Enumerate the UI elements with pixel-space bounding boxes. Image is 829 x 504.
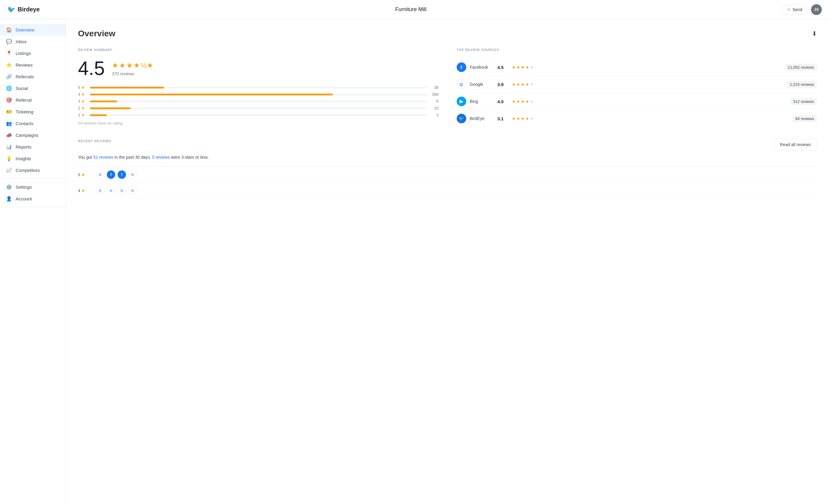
sidebar-label-referral: Referral (15, 98, 32, 103)
top-sources-label: TOP REVIEW SOURCES (457, 48, 817, 51)
sidebar-item-inbox[interactable]: 💬 Inbox (0, 36, 66, 47)
download-icon[interactable]: ⬇ (812, 30, 817, 37)
timeline-star-col: 5 ★ (78, 172, 96, 177)
source-star-facebook-4: ★ (530, 65, 534, 70)
sources-list: f Facebook 4.5 ★★★★★ 11,052 reviews G Go… (457, 59, 817, 127)
source-rating-google: 3.9 (498, 82, 508, 87)
sidebar: 🏠 Overview 💬 Inbox 📍 Listings ⭐ Reviews … (0, 19, 66, 504)
send-button[interactable]: ✈ Send (782, 4, 807, 15)
bar-row-1: 1 ★ 3 (78, 113, 439, 117)
recent-reviews-section: RECENT REVIEWS Read all reviews You got … (78, 139, 817, 199)
sidebar-label-reviews: Reviews (15, 62, 33, 68)
bar-track-3 (90, 101, 427, 102)
header: 🐦 Birdeye Furniture Mill ✈ Send JS (0, 0, 829, 19)
sidebar-item-reviews[interactable]: ⭐ Reviews (0, 59, 66, 71)
sidebar-label-overview: Overview (15, 27, 35, 32)
sidebar-item-reports[interactable]: 📊 Reports (0, 141, 66, 153)
overall-stars: ★ ★ ★ ★ ½★ (112, 61, 153, 70)
sidebar-label-competitors: Competitors (15, 168, 40, 173)
source-logo-bing: ▶ (457, 97, 466, 106)
sidebar-item-listings[interactable]: 📍 Listings (0, 47, 66, 59)
total-reviews-link[interactable]: 51 reviews (93, 155, 113, 159)
body-layout: 🏠 Overview 💬 Inbox 📍 Listings ⭐ Reviews … (0, 19, 829, 504)
sidebar-item-social[interactable]: 🌐 Social (0, 82, 66, 94)
page-title: Overview (78, 29, 115, 38)
sidebar-item-settings[interactable]: ⚙️ Settings (0, 181, 66, 193)
chip-google: G (129, 170, 137, 179)
source-name-birdeye: BirdEye (470, 116, 494, 121)
timeline-star-col: 4 ★ (78, 188, 96, 193)
bar-label-1: 1 ★ (78, 113, 87, 117)
source-row-birdeye: 🐦 BirdEye 3.1 ★★★★★ 84 reviews (457, 110, 817, 127)
sidebar-item-competitors[interactable]: 📈 Competitors (0, 165, 66, 176)
low-reviews-link[interactable]: 5 reviews (152, 155, 170, 159)
sidebar-label-social: Social (15, 86, 28, 91)
sidebar-item-referrals[interactable]: 🔗 Referrals (0, 71, 66, 82)
source-logo-google: G (457, 79, 466, 89)
sidebar-icon-competitors: 📈 (6, 168, 12, 173)
timeline-row-star-5: 5 ★ GffG (78, 167, 817, 183)
header-actions: ✈ Send JS (782, 4, 822, 15)
chip-google: G (107, 186, 115, 195)
sidebar-item-account[interactable]: 👤 Account (0, 193, 66, 205)
bar-track-5 (90, 87, 427, 88)
chip-google: G (96, 186, 104, 195)
page-header: Overview ⬇ (78, 29, 817, 38)
source-star-google-1: ★ (516, 82, 520, 87)
main-content: Overview ⬇ REVIEW SUMMARY 4.5 ★ ★ ★ ★ ½★ (66, 19, 829, 504)
source-logo-facebook: f (457, 62, 466, 72)
bar-count-1: 3 (430, 113, 439, 117)
bar-fill-5 (90, 87, 164, 88)
sidebar-divider (0, 207, 66, 207)
bar-rows: 5 ★ 38 4 ★ 268 3 ★ 5 2 ★ 15 1 ★ (78, 85, 439, 117)
source-star-birdeye-2: ★ (521, 116, 525, 121)
bar-fill-2 (90, 107, 131, 109)
summary-suffix: were 3-stars or less. (170, 155, 209, 159)
sidebar-icon-ticketing: 🎫 (6, 109, 12, 115)
rating-right: ★ ★ ★ ★ ½★ 370 reviews (112, 59, 153, 76)
bar-count-2: 15 (430, 106, 439, 110)
business-name: Furniture Mill (395, 6, 426, 12)
sidebar-label-referrals: Referrals (15, 74, 34, 79)
recent-reviews-summary: You got 51 reviews in the past 30 days. … (78, 154, 817, 160)
timeline-row-star-4: 4 ★ GGGG (78, 183, 817, 199)
source-star-google-4: ★ (530, 82, 534, 87)
read-all-reviews-button[interactable]: Read all reviews (773, 139, 817, 150)
source-star-bing-0: ★ (512, 99, 516, 104)
source-name-google: Google (470, 82, 494, 87)
avatar[interactable]: JS (811, 4, 822, 15)
sidebar-icon-campaigns: 📣 (6, 132, 12, 138)
star-1: ★ (112, 61, 118, 70)
bar-label-5: 5 ★ (78, 85, 87, 90)
logo-text: Birdeye (18, 6, 40, 13)
timeline-sources: GffG (96, 170, 817, 179)
sidebar-icon-overview: 🏠 (6, 27, 12, 33)
two-col-layout: REVIEW SUMMARY 4.5 ★ ★ ★ ★ ½★ 370 review… (78, 48, 817, 127)
source-rating-birdeye: 3.1 (498, 116, 508, 121)
send-icon: ✈ (787, 7, 791, 12)
sidebar-item-overview[interactable]: 🏠 Overview (0, 24, 66, 36)
bar-count-5: 38 (430, 85, 439, 90)
birdeye-logo-icon: 🐦 (7, 6, 15, 13)
timeline-star: ★ (81, 172, 85, 177)
source-stars-birdeye: ★★★★★ (512, 116, 539, 121)
chip-google: G (129, 186, 137, 195)
sidebar-item-referral[interactable]: 🎯 Referral (0, 94, 66, 106)
star-2: ★ (119, 61, 126, 70)
sidebar-item-insights[interactable]: 💡 Insights (0, 153, 66, 165)
sidebar-item-ticketing[interactable]: 🎫 Ticketing (0, 106, 66, 118)
star-5: ½★ (141, 61, 153, 70)
review-summary-label: REVIEW SUMMARY (78, 48, 439, 51)
sidebar-label-inbox: Inbox (15, 39, 27, 44)
bar-fill-1 (90, 114, 107, 116)
source-star-birdeye-3: ★ (526, 116, 529, 121)
source-star-birdeye-1: ★ (516, 116, 520, 121)
sidebar-icon-inbox: 💬 (6, 39, 12, 44)
source-star-birdeye-4: ★ (530, 116, 534, 121)
bar-count-4: 268 (430, 92, 439, 97)
source-star-birdeye-0: ★ (512, 116, 516, 121)
sidebar-item-campaigns[interactable]: 📣 Campaigns (0, 129, 66, 141)
sidebar-item-contacts[interactable]: 👥 Contacts (0, 118, 66, 129)
bar-track-1 (90, 114, 427, 116)
source-stars-facebook: ★★★★★ (512, 65, 539, 70)
